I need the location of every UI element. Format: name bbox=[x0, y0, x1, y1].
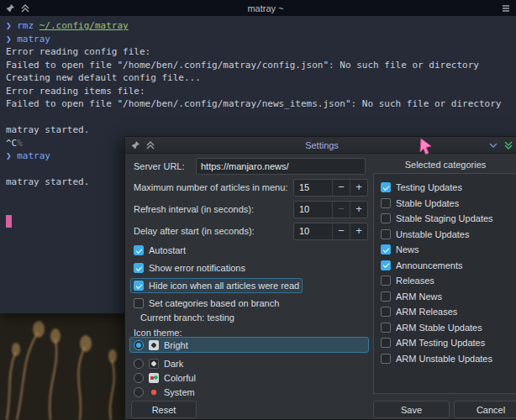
spin-row: Refresh interval (in seconds):10−+ bbox=[125, 201, 369, 218]
checkbox bbox=[381, 213, 391, 223]
terminal-line: Error reading items file: bbox=[6, 85, 510, 98]
spin-label: Delay after start (in seconds): bbox=[134, 226, 255, 236]
category-checkbox-row[interactable]: News bbox=[381, 242, 511, 258]
spinbox[interactable]: 10−+ bbox=[293, 223, 368, 240]
double-chevron-up-icon[interactable] bbox=[145, 140, 155, 150]
spin-row: Delay after start (in seconds):10−+ bbox=[125, 223, 369, 240]
terminal-text-segment: ^C bbox=[6, 138, 17, 149]
icon-theme-option-colorful[interactable]: Colorful bbox=[130, 370, 368, 385]
save-button[interactable]: Save bbox=[373, 401, 450, 418]
double-chevron-up-icon[interactable] bbox=[20, 3, 30, 13]
category-label: Testing Updates bbox=[396, 182, 462, 192]
category-checkbox-row[interactable]: Stable Staging Updates bbox=[381, 211, 511, 227]
checkbox bbox=[381, 307, 391, 317]
checkbox-label: Set categories based on branch bbox=[149, 298, 279, 308]
mouse-cursor bbox=[418, 138, 434, 156]
radio-label: Bright bbox=[164, 340, 188, 350]
settings-dialog: Settings Server URL: Maximum number of a… bbox=[124, 136, 516, 420]
category-label: Stable Updates bbox=[396, 198, 459, 208]
wallpaper-plants bbox=[0, 301, 134, 420]
terminal-titlebar[interactable]: matray ~ bbox=[0, 0, 516, 16]
spinbox[interactable]: 10−+ bbox=[293, 201, 368, 218]
category-checkbox-row[interactable]: Unstable Updates bbox=[381, 227, 511, 243]
checkbox-row[interactable]: Set categories based on branch bbox=[134, 297, 279, 310]
terminal-line: ❯ rmz ~/.config/matray bbox=[6, 19, 510, 33]
category-label: ARM Testing Updates bbox=[396, 338, 485, 348]
decrement-button[interactable]: − bbox=[332, 202, 350, 218]
decrement-button[interactable]: − bbox=[332, 223, 350, 239]
chevron-down-icon[interactable] bbox=[488, 140, 498, 150]
checkbox bbox=[381, 354, 391, 364]
terminal-text-segment: ❯ bbox=[6, 34, 17, 45]
theme-icon bbox=[149, 387, 159, 397]
current-branch-text: Current branch: testing bbox=[140, 312, 234, 323]
server-url-input[interactable] bbox=[196, 158, 366, 175]
checkbox-row[interactable]: Show error notifications bbox=[134, 261, 245, 275]
desktop-wallpaper bbox=[0, 301, 134, 420]
spin-value: 15 bbox=[294, 180, 332, 196]
category-checkbox-row[interactable]: Stable Updates bbox=[381, 196, 511, 212]
terminal-title: matray ~ bbox=[35, 3, 496, 13]
terminal-text-segment: ❯ bbox=[6, 150, 17, 161]
checkbox bbox=[381, 244, 391, 255]
increment-button[interactable]: + bbox=[350, 223, 367, 239]
terminal-line: Creating new default config file... bbox=[6, 71, 510, 85]
checkbox bbox=[134, 281, 144, 291]
checkbox-row[interactable]: Autostart bbox=[134, 244, 186, 257]
checkbox bbox=[134, 245, 144, 255]
radio-button bbox=[134, 373, 144, 383]
terminal-text-segment bbox=[6, 215, 12, 228]
increment-button[interactable]: + bbox=[350, 180, 367, 196]
pin-icon[interactable] bbox=[5, 3, 15, 13]
theme-icon bbox=[149, 359, 159, 369]
menu-icon[interactable] bbox=[501, 3, 511, 13]
category-checkbox-row[interactable]: Announcements bbox=[381, 258, 511, 274]
radio-label: System bbox=[164, 387, 195, 397]
checkbox bbox=[381, 276, 391, 286]
category-label: Unstable Updates bbox=[396, 229, 469, 239]
category-checkbox-row[interactable]: ARM News bbox=[381, 289, 511, 305]
reset-button[interactable]: Reset bbox=[131, 401, 197, 418]
spin-value: 10 bbox=[294, 202, 332, 218]
settings-titlebar[interactable]: Settings bbox=[125, 137, 516, 154]
terminal-text-segment: Error reading config file: bbox=[6, 46, 150, 57]
checkbox bbox=[381, 260, 391, 270]
terminal-line: Failed to open file "/home/ben/.config/m… bbox=[6, 97, 510, 111]
category-label: Releases bbox=[396, 276, 434, 286]
spin-label: Refresh interval (in seconds): bbox=[134, 204, 254, 214]
terminal-line: matray started. bbox=[6, 123, 510, 137]
checkbox bbox=[381, 338, 391, 348]
checkbox bbox=[381, 198, 391, 208]
checkbox-label: Autostart bbox=[149, 245, 186, 255]
category-label: ARM Unstable Updates bbox=[396, 354, 492, 364]
category-checkbox-row[interactable]: ARM Unstable Updates bbox=[381, 351, 511, 367]
spinbox[interactable]: 15−+ bbox=[293, 179, 368, 197]
category-label: ARM News bbox=[396, 291, 442, 302]
icon-theme-option-system[interactable]: System bbox=[130, 385, 368, 399]
spin-value: 10 bbox=[294, 223, 332, 239]
category-checkbox-row[interactable]: Testing Updates bbox=[381, 180, 511, 196]
theme-icon bbox=[149, 373, 159, 383]
icon-theme-option-dark[interactable]: Dark bbox=[130, 356, 368, 370]
terminal-line bbox=[6, 111, 510, 124]
terminal-text-segment: Error reading items file: bbox=[6, 86, 145, 97]
category-label: Announcements bbox=[396, 260, 463, 270]
checkbox-row[interactable]: Hide icon when all articles were read bbox=[131, 279, 302, 292]
category-checkbox-row[interactable]: ARM Testing Updates bbox=[381, 335, 511, 351]
category-checkbox-row[interactable]: ARM Stable Updates bbox=[381, 320, 511, 336]
cancel-button[interactable]: Cancel bbox=[454, 401, 516, 418]
terminal-line: Failed to open file "/home/ben/.config/m… bbox=[6, 59, 510, 72]
dialog-title: Settings bbox=[161, 140, 483, 150]
category-checkbox-row[interactable]: ARM Releases bbox=[381, 304, 511, 320]
increment-button[interactable]: + bbox=[350, 202, 367, 218]
spin-label: Maximum number of articles in menu: bbox=[134, 182, 287, 192]
decrement-button[interactable]: − bbox=[332, 180, 350, 196]
category-label: Stable Staging Updates bbox=[396, 213, 493, 223]
checkbox bbox=[381, 182, 391, 192]
pin-icon[interactable] bbox=[130, 140, 140, 150]
radio-label: Colorful bbox=[164, 373, 196, 383]
radio-label: Dark bbox=[164, 359, 183, 369]
category-checkbox-row[interactable]: Releases bbox=[381, 273, 511, 289]
green-double-chevron-icon[interactable] bbox=[503, 140, 513, 150]
icon-theme-option-bright[interactable]: Bright bbox=[130, 338, 368, 352]
